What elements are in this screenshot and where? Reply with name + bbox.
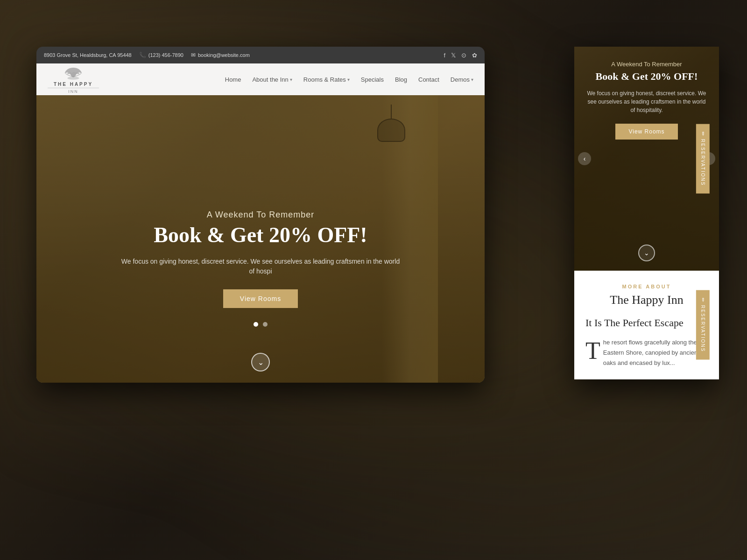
card-about-section: MORE ABOUT The Happy Inn It Is The Perfe… xyxy=(574,271,719,379)
facebook-icon[interactable]: f xyxy=(444,52,445,59)
hero-title: Book & Get 20% OFF! xyxy=(36,224,485,247)
nav-bar: THE HAPPY INN Home About the Inn ▾ Rooms… xyxy=(36,63,485,95)
nav-rooms-link[interactable]: Rooms & Rates ▾ xyxy=(303,76,350,83)
logo-name: THE HAPPY xyxy=(54,82,93,87)
about-body-text: he resort flows gracefully along the Eas… xyxy=(603,339,699,366)
chevron-left-icon: ‹ xyxy=(584,155,586,162)
chevron-down-icon-3: ▾ xyxy=(471,77,473,82)
slider-prev-button[interactable]: ‹ xyxy=(578,152,591,165)
phone-number: (123) 456-7890 xyxy=(148,52,183,58)
card-view-rooms-button[interactable]: View Rooms xyxy=(615,124,677,140)
svg-point-0 xyxy=(68,77,79,80)
chevron-down-icon: ▾ xyxy=(290,77,292,82)
nav-specials[interactable]: Specials xyxy=(361,75,384,84)
camera-icon[interactable]: ⊙ xyxy=(461,52,466,59)
nav-about-link[interactable]: About the Inn ▾ xyxy=(252,76,292,83)
card-about-label: MORE ABOUT xyxy=(585,284,708,289)
logo-icon xyxy=(62,65,85,82)
hero-section: A Weekend To Remember Book & Get 20% OFF… xyxy=(36,95,485,383)
chevron-down-icon-card: ⌄ xyxy=(644,249,649,257)
card-slider-description: We focus on giving honest, discreet serv… xyxy=(585,89,708,114)
card-about-text: T he resort flows gracefully along the E… xyxy=(585,337,708,368)
hero-content: A Weekend To Remember Book & Get 20% OFF… xyxy=(36,210,485,308)
nav-contact-link[interactable]: Contact xyxy=(418,76,439,83)
nav-specials-link[interactable]: Specials xyxy=(361,76,384,83)
nav-home[interactable]: Home xyxy=(225,75,241,84)
nav-links: Home About the Inn ▾ Rooms & Rates ▾ Spe… xyxy=(225,75,473,84)
phone-icon xyxy=(139,52,146,58)
top-bar-right: f 𝕏 ⊙ ✿ xyxy=(444,52,477,59)
chevron-down-icon-hero: ⌄ xyxy=(258,358,264,367)
nav-contact[interactable]: Contact xyxy=(418,75,439,84)
dot-2 xyxy=(263,322,268,327)
reservations-tab-2[interactable]: ✏ RESERVATIONS xyxy=(696,290,710,360)
reservations-label: RESERVATIONS xyxy=(700,139,705,186)
card-about-section-title: It Is The Perfect Escape xyxy=(585,316,708,330)
view-rooms-button[interactable]: View Rooms xyxy=(223,289,298,308)
card-scroll-down-button[interactable]: ⌄ xyxy=(638,245,655,261)
hero-description: We focus on giving honest, discreet serv… xyxy=(120,257,401,276)
logo-sub: INN xyxy=(48,88,99,94)
nav-home-link[interactable]: Home xyxy=(225,76,241,83)
card-slider-subtitle: A Weekend To Remember xyxy=(585,61,708,68)
pen-icon-2: ✏ xyxy=(700,298,706,303)
dot-1 xyxy=(254,322,258,327)
nav-demos[interactable]: Demos ▾ xyxy=(451,76,473,83)
yelp-icon[interactable]: ✿ xyxy=(472,52,477,59)
twitter-icon[interactable]: 𝕏 xyxy=(451,52,456,59)
top-bar-left: 8903 Grove St, Healdsburg, CA 95448 (123… xyxy=(44,52,250,58)
drop-cap: T xyxy=(585,337,603,361)
card-slider-title: Book & Get 20% OFF! xyxy=(585,70,708,83)
card-about-title: The Happy Inn xyxy=(585,293,708,307)
email-info: booking@website.com xyxy=(191,52,250,58)
chevron-down-icon-2: ▾ xyxy=(347,77,350,82)
site-logo[interactable]: THE HAPPY INN xyxy=(48,65,99,94)
hero-dots xyxy=(254,322,268,327)
address-text: 8903 Grove St, Healdsburg, CA 95448 xyxy=(44,52,132,58)
nav-rooms[interactable]: Rooms & Rates ▾ xyxy=(303,76,350,83)
card-slider: A Weekend To Remember Book & Get 20% OFF… xyxy=(574,47,719,271)
floating-card: A Weekend To Remember Book & Get 20% OFF… xyxy=(574,47,719,379)
reservations-label-2: RESERVATIONS xyxy=(700,305,705,352)
phone-info: (123) 456-7890 xyxy=(139,52,183,58)
nav-blog-link[interactable]: Blog xyxy=(395,76,407,83)
scroll-down-button[interactable]: ⌄ xyxy=(251,353,270,371)
browser-window: 8903 Grove St, Healdsburg, CA 95448 (123… xyxy=(36,47,485,383)
pen-icon: ✏ xyxy=(700,132,706,137)
nav-about[interactable]: About the Inn ▾ xyxy=(252,76,292,83)
reservations-tab[interactable]: ✏ RESERVATIONS xyxy=(696,124,710,194)
top-bar: 8903 Grove St, Healdsburg, CA 95448 (123… xyxy=(36,47,485,63)
hero-subtitle: A Weekend To Remember xyxy=(36,210,485,220)
email-icon xyxy=(191,52,196,58)
nav-demos-link[interactable]: Demos ▾ xyxy=(451,76,473,83)
nav-blog[interactable]: Blog xyxy=(395,75,407,84)
email-address: booking@website.com xyxy=(198,52,250,58)
